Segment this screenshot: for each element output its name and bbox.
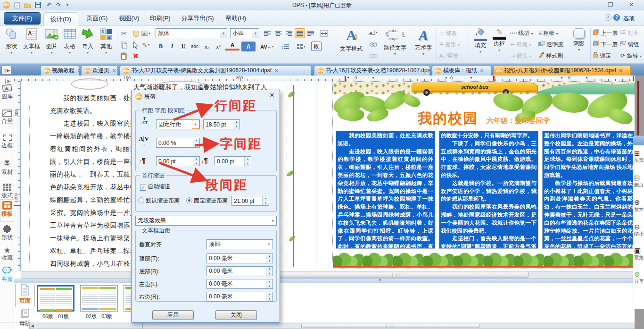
doc-tab-book16[interactable]: DPS书-大16开软皮平装-文档190628-1007.dpsf✕ [314, 65, 430, 76]
dialog-close-icon[interactable]: ✕ [267, 92, 277, 100]
newspaper-byline[interactable]: 六年级：金印客同学 [487, 117, 550, 126]
font-family-select[interactable]: 黑体▼ [156, 28, 227, 38]
char-spacing-button[interactable]: AV↔▼ [259, 42, 275, 51]
news-column-1[interactable]: 我的校园美丽如画，处处充满欢歌笑语。 走进校园，映入眼帘的是一幢崭新的教学楼，教… [336, 131, 435, 249]
main-h-scrollbar[interactable]: ❘❘❘ [142, 323, 636, 329]
panel-divider[interactable]: ▼ [14, 278, 635, 283]
close-button[interactable]: ✕ [624, 0, 638, 9]
sidebar-item-gallery[interactable]: 图库 [0, 84, 14, 100]
radio-icon[interactable] [138, 197, 144, 203]
margin-pin[interactable] [345, 76, 346, 81]
spinner-arrows[interactable]: ▲▼ [266, 279, 272, 288]
spinner-arrows[interactable]: ▲▼ [266, 267, 272, 276]
delete-icon[interactable]: ✖ [131, 52, 140, 60]
align-right-button[interactable] [284, 28, 294, 38]
picture-tool-icon[interactable]: ▼ [141, 29, 151, 38]
strikethrough-button[interactable]: abc [190, 42, 200, 51]
sidebar-item-material[interactable]: 素材 [0, 159, 14, 175]
zoom-in-button[interactable]: ⊕放大 [634, 198, 644, 213]
align-center-button[interactable] [273, 28, 283, 38]
indent-value-field[interactable]: 21.00 pt▲▼ [231, 196, 269, 206]
zoom-out-button[interactable]: ⊖缩小 [634, 223, 644, 237]
opacity-button[interactable]: 透明度 [538, 41, 568, 49]
insert-image-button[interactable]: 图片▼ [43, 27, 60, 54]
menu-page[interactable]: 页面(G) [82, 12, 112, 25]
doc-tab-template-library[interactable]: DPS模板库：报纸✕ [432, 65, 491, 76]
margin-left-field[interactable]: 0.00 毫米▲▼ [206, 279, 273, 289]
sidebar-item-layout[interactable]: 版式 [0, 184, 14, 199]
underline-button[interactable]: U [178, 42, 189, 51]
share-button[interactable]: ⊛分享 [634, 270, 644, 285]
text-style-button[interactable]: A✎ 文字样式 [337, 27, 366, 53]
weight-button[interactable]: ≡ 粗细 ▼ [538, 29, 568, 37]
selected-text[interactable]: 里传出同学们朗朗地读书声，洋溢在整个校园里。左边是宽阔的操场，外围有四百米的跑道… [543, 131, 634, 249]
margin-right-field[interactable]: 0.00 毫米▲▼ [206, 292, 273, 302]
columns-button[interactable]: ▼ [294, 42, 308, 51]
right-panel-header[interactable] [633, 136, 644, 145]
line-spacing-button[interactable]: ↕ [278, 42, 292, 51]
sidebar-item-service[interactable]: 客服 [0, 266, 14, 282]
pages-tab-active[interactable]: 页面 [15, 284, 35, 307]
select-cursor-icon[interactable] [131, 41, 140, 49]
bold-button[interactable]: B [156, 42, 166, 51]
thumbs-scrollbar[interactable] [36, 323, 142, 329]
canvas-h-scrollbar-thumb[interactable]: ❘❘❘ [264, 272, 528, 278]
font-size-select[interactable]: 小四▼ [230, 28, 259, 38]
chevron-down-icon[interactable]: ▼ [252, 29, 259, 38]
margin-pin[interactable] [493, 76, 495, 81]
paragraph-dialog-button[interactable]: 段 [311, 42, 322, 51]
selected-text[interactable]: 我的校园美丽如画，处处充满欢歌笑语。 走进校园，映入眼帘的是一幢崭新的教学楼，教… [336, 131, 435, 249]
indent-marker[interactable]: ▼ [445, 76, 448, 80]
spinner-arrows[interactable]: ▲▼ [266, 292, 272, 301]
fixed-indent-radio[interactable]: 固定缩进距离 [186, 197, 228, 205]
options-button[interactable]: 选项 [623, 15, 635, 23]
newspaper-headline[interactable]: 我的校园 [418, 109, 478, 128]
book-text-column[interactable]: 我的校园美丽如画，处处充满欢歌笑语。 走进校园，映入眼帘的是一幢崭新的教学楼，教… [50, 92, 137, 271]
radio-selected-icon[interactable] [186, 197, 192, 203]
menu-share-export[interactable]: 分享导出(S) [176, 12, 219, 25]
apply-button[interactable]: 应用 [152, 310, 194, 320]
spinner-arrows[interactable]: ▲▼ [244, 157, 251, 166]
insert-import-button[interactable]: 导入▼ [79, 27, 96, 54]
lock-button[interactable]: 锁定 [593, 52, 619, 60]
indent-marker[interactable]: ▼ [347, 76, 350, 80]
indent-marker[interactable]: ▼ [585, 76, 588, 80]
italic-button[interactable]: I [167, 42, 177, 51]
close-dialog-button[interactable]: 关闭 [215, 310, 257, 320]
doc-tab-newspaper-active[interactable]: DPS报纸-八开报对折-校园周报190628-1534.dpsf✕ [493, 65, 631, 76]
format-brush-button[interactable]: 样式刷 [538, 52, 568, 60]
line-spacing-value-field[interactable]: 18.50 pt▲▼ [203, 119, 240, 129]
news-column-3[interactable]: 里传出同学们朗朗地读书声，洋溢在整个校园里。左边是宽阔的操场，外围有四百米的跑道… [542, 131, 635, 249]
minimize-button[interactable]: — [583, 0, 597, 9]
menu-view[interactable]: 视图(V) [114, 12, 144, 25]
spinner-arrows[interactable]: ▲▼ [233, 120, 239, 129]
sidebar-item-favorite[interactable]: ★收藏 [0, 246, 14, 261]
margin-pin[interactable] [633, 76, 634, 81]
chevron-down-icon[interactable]: ▼ [269, 219, 276, 222]
menu-print[interactable]: 印刷(P) [146, 12, 174, 25]
margin-top-field[interactable]: 0.00 毫米▲▼ [206, 253, 273, 263]
menu-help[interactable]: 帮助(H) [221, 12, 251, 25]
splitter-arrow-icon[interactable]: ▼ [378, 278, 381, 282]
word-art-button[interactable]: A 艺术字▼ [412, 27, 435, 56]
selected-text[interactable]: 的教室十分安静，只有唰唰的写字声。 下课了，同学们像快乐的小鸟，三五成群来到宽阔… [439, 131, 538, 249]
space-after-field[interactable]: 0.00 pt▲▼ [215, 156, 251, 166]
indent-marker[interactable]: ▼ [560, 76, 563, 80]
valign-select[interactable]: 顶部▼ [206, 239, 273, 249]
subscript-button[interactable]: x₂ [202, 42, 212, 51]
group-button[interactable]: 编组 [620, 41, 644, 49]
help-icon[interactable]: ? [613, 14, 620, 21]
close-tab-icon[interactable]: ✕ [619, 68, 623, 73]
add-page-button[interactable]: ⊞加页 [634, 149, 644, 164]
chevron-down-icon[interactable]: ▼ [192, 120, 199, 129]
pen-tool-icon[interactable]: ✎▼ [141, 41, 151, 49]
spinner-arrows[interactable]: ▲▼ [193, 157, 199, 166]
sidebar-item-shape[interactable]: 形状 [0, 225, 14, 241]
thumbs-scroll-left-arrow[interactable]: ◀ [29, 323, 35, 329]
image-frame-icon[interactable]: ▼ [369, 28, 378, 37]
close-tab-icon[interactable]: ✕ [112, 68, 116, 73]
page-thumbnail-2[interactable] [80, 285, 118, 312]
doc-tab-welcome[interactable]: DPS欢迎页✕ [81, 65, 118, 76]
font-color-button[interactable]: A [225, 42, 239, 51]
line-type-button[interactable]: 线型 ▼ [510, 29, 537, 37]
